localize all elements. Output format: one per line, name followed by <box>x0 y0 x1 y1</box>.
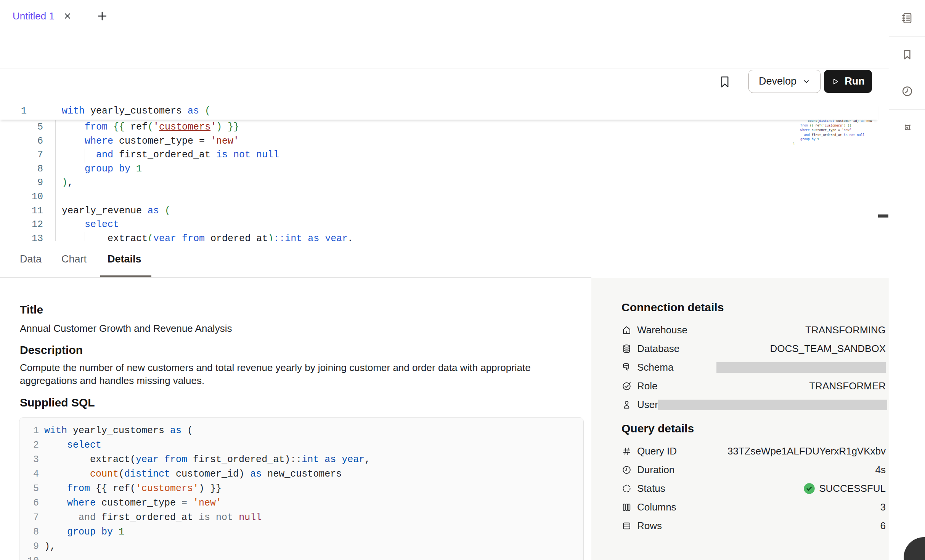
code-line: 10 <box>0 190 877 204</box>
indent-guide <box>85 232 85 241</box>
scrollbar-thumb[interactable] <box>878 214 888 218</box>
line-number: 6 <box>0 134 43 149</box>
detail-label: Role <box>637 380 657 392</box>
connection-details-heading: Connection details <box>621 301 724 314</box>
line-number: 4 <box>19 467 39 482</box>
new-tab-button[interactable] <box>91 0 114 32</box>
warehouse-icon <box>621 325 632 335</box>
supplied-sql-heading: Supplied SQL <box>20 396 95 409</box>
toolbar: Develop Run <box>0 32 889 69</box>
tab-chart[interactable]: Chart <box>61 241 87 277</box>
code-line: 6 where customer_type = 'new' <box>19 496 583 510</box>
metadata-panel: Connection details WarehouseTRANSFORMING… <box>591 278 889 560</box>
code-line: group by 1 <box>787 138 816 142</box>
detail-label: User <box>637 399 658 411</box>
line-number: 8 <box>19 525 39 539</box>
duration-icon <box>621 465 632 475</box>
right-sidebar <box>889 0 925 560</box>
detail-value: 33TZseWpe1ALFDUYerxR1gVKxbv <box>727 445 886 457</box>
rows-icon <box>621 521 632 531</box>
line-number: 12 <box>0 218 43 232</box>
redacted-value <box>658 400 887 410</box>
result-tab-bar: Data Chart Details <box>0 241 889 278</box>
detail-value: TRANSFORMER <box>809 380 886 392</box>
line-number: 13 <box>0 232 43 242</box>
detail-row: WarehouseTRANSFORMING <box>621 321 886 339</box>
query-details-list: Query ID33TZseWpe1ALFDUYerxR1gVKxbvDurat… <box>621 442 886 535</box>
sticky-line: 1with yearly_customers as ( <box>0 103 878 120</box>
detail-label: Warehouse <box>637 324 687 336</box>
code-line: from {{ ref('customers') }} <box>787 123 816 128</box>
detail-row: User <box>621 395 886 414</box>
code-line: 5 from {{ ref('customers') }} <box>0 120 877 134</box>
line-number: 7 <box>0 148 43 162</box>
code-line: 13 extract(year from ordered_at)::int as… <box>0 232 877 242</box>
code-line: 11yearly_revenue as ( <box>0 204 877 218</box>
line-number: 8 <box>0 162 43 176</box>
sidebar-button-notebook[interactable] <box>889 0 925 37</box>
line-number: 10 <box>0 190 43 204</box>
tab-details[interactable]: Details <box>108 241 141 277</box>
user-icon <box>621 400 632 410</box>
details-panel: Title Annual Customer Growth and Revenue… <box>0 278 591 560</box>
code-line: 7 and first_ordered_at is not null <box>19 510 583 525</box>
tab-divider <box>84 0 84 32</box>
sidebar-button-lineage[interactable] <box>889 110 925 146</box>
connection-details-list: WarehouseTRANSFORMINGDatabaseDOCS_TEAM_S… <box>621 321 886 414</box>
code-line: count(distinct customer_id) as new_custo… <box>787 119 816 123</box>
notebook-icon <box>901 12 914 24</box>
detail-label: Rows <box>637 520 662 532</box>
close-icon[interactable] <box>63 11 72 21</box>
code-line: 7 and first_ordered_at is not null <box>0 148 877 162</box>
sidebar-button-history[interactable] <box>889 73 925 110</box>
code-line: 3 extract(year from first_ordered_at)::i… <box>19 453 583 467</box>
sidebar-button-bookmark[interactable] <box>889 37 925 73</box>
description-heading: Description <box>20 344 83 357</box>
tab-bar: Untitled 1 <box>0 0 889 32</box>
detail-row: Columns3 <box>621 498 886 517</box>
detail-label: Database <box>637 343 679 355</box>
supplied-sql-block: 1with yearly_customers as (2 select3 ext… <box>19 417 584 560</box>
code-line: 9), <box>0 176 877 190</box>
line-number: 6 <box>19 496 39 510</box>
scrollbar-track <box>878 103 878 241</box>
line-number: 10 <box>19 554 39 560</box>
detail-label: Schema <box>637 362 673 373</box>
status-row: Query completed in 4s Environment: PROD <box>0 69 889 103</box>
tab-data[interactable]: Data <box>20 241 42 277</box>
redacted-value <box>716 362 886 373</box>
line-number: 3 <box>19 453 39 467</box>
code-line: 8 group by 1 <box>19 525 583 539</box>
detail-value: 6 <box>880 520 886 532</box>
code-line: 9), <box>19 539 583 554</box>
detail-row: Rows6 <box>621 517 886 535</box>
schema-icon <box>621 362 632 373</box>
success-check-icon <box>803 483 815 494</box>
sql-editor[interactable]: 5 from {{ ref('customers') }}6 where cus… <box>0 103 889 242</box>
code-line: 10 <box>19 554 583 560</box>
tab-untitled-1[interactable]: Untitled 1 <box>0 0 80 32</box>
code-line: 2 select <box>19 438 583 453</box>
code-line: where customer_type = 'new' <box>787 128 816 133</box>
detail-value: SUCCESSFUL <box>803 483 886 494</box>
line-number: 7 <box>19 510 39 525</box>
code-line: 1with yearly_customers as ( <box>0 103 878 120</box>
code-line: 6 where customer_type = 'new' <box>0 134 877 149</box>
detail-value: 3 <box>880 501 886 513</box>
editor-lines: 5 from {{ ref('customers') }}6 where cus… <box>0 120 877 242</box>
indent-guide <box>55 120 56 241</box>
line-number: 11 <box>0 204 43 218</box>
code-line: ), <box>787 142 816 145</box>
line-number: 1 <box>19 424 39 438</box>
line-number: 2 <box>19 438 39 453</box>
line-number: 5 <box>19 482 39 496</box>
database-icon <box>621 344 632 354</box>
code-line: 8 group by 1 <box>0 162 877 176</box>
lineage-icon <box>901 122 914 134</box>
title-text: Annual Customer Growth and Revenue Analy… <box>20 322 232 335</box>
detail-row: Schema <box>621 358 886 377</box>
title-heading: Title <box>20 303 43 316</box>
code-line: and first_ordered_at is not null <box>787 133 816 137</box>
detail-value: 4s <box>875 464 886 476</box>
status-icon <box>621 483 632 494</box>
